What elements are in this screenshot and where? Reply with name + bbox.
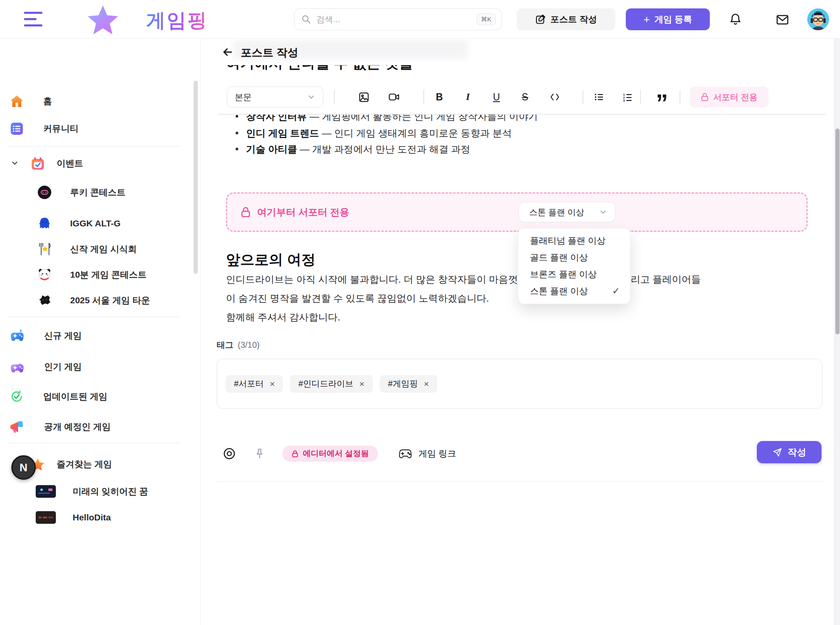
sidebar-item-updated-games[interactable]: 업데이트된 게임 — [0, 385, 193, 408]
submit-post-label: 작성 — [788, 446, 806, 459]
block-type-select[interactable]: 본문 — [227, 87, 323, 108]
bullet-item-clipped: •창작자 인터뷰 — 게임핑에서 활동하는 인디 게임 창작자들의 이야기 — [201, 114, 822, 124]
controller-blue-icon — [9, 329, 25, 343]
page-scrollbar-thumb[interactable] — [835, 129, 840, 334]
italic-button[interactable]: I — [462, 85, 474, 109]
insert-video-icon[interactable] — [386, 85, 402, 109]
page-title: 포스트 작성 — [241, 45, 298, 60]
insert-image-icon[interactable] — [355, 85, 372, 109]
sidebar-item-label: 공개 예정인 게임 — [44, 421, 111, 433]
numbered-list-icon[interactable]: 1 2 3 — [620, 85, 635, 109]
sidebar-scrollbar[interactable] — [194, 81, 198, 274]
floating-n-label: N — [20, 461, 28, 474]
sidebar-section-events[interactable]: 이벤트 — [0, 152, 193, 175]
write-post-button[interactable]: 포스트 작성 — [517, 8, 615, 30]
bullet-item: •인디 게임 트렌드 — 인디 게임 생태계의 흥미로운 동향과 분석 — [235, 127, 512, 139]
controller-purple-icon — [9, 360, 25, 374]
sidebar-item-10min-contest[interactable]: 10분 게임 콘테스트 — [0, 263, 193, 286]
sidebar-item-iggk[interactable]: IGGK ALT-G — [0, 212, 193, 235]
sidebar-section-label: 즐겨찾는 게임 — [57, 458, 112, 470]
sidebar-item-label: 신규 게임 — [44, 330, 82, 341]
bullet-list-icon[interactable] — [591, 85, 606, 109]
submit-post-button[interactable]: 작성 — [757, 441, 822, 463]
lock-icon — [240, 206, 251, 218]
pencil-square-icon — [535, 14, 546, 25]
editor-locked-badge: 에디터에서 설정됨 — [282, 446, 378, 462]
sidebar-item-label: 미래의 잊히어진 꿈 — [73, 486, 148, 497]
sidebar-item-label: HelloDita — [73, 512, 111, 523]
messages-mail-icon[interactable] — [776, 13, 789, 26]
register-game-label: 게임 등록 — [654, 13, 692, 25]
sidebar-item-rookie-contest[interactable]: 루키 콘테스트 — [0, 181, 193, 204]
user-avatar[interactable] — [807, 8, 830, 31]
visibility-eye-icon[interactable] — [223, 447, 236, 460]
chevron-down-icon — [599, 208, 607, 216]
notifications-bell-icon[interactable] — [729, 13, 742, 26]
check-icon: ✓ — [612, 286, 620, 297]
sidebar-item-upcoming-games[interactable]: 공개 예정인 게임 — [0, 415, 193, 439]
search-bar[interactable]: ⌘K — [294, 8, 502, 30]
sidebar-item-favorite-game-1[interactable]: 미래의 잊히어진 꿈 — [0, 480, 193, 503]
calendar-icon — [30, 157, 45, 171]
code-icon[interactable] — [547, 85, 563, 109]
search-icon — [301, 14, 311, 24]
tag-chip: #게임핑× — [380, 375, 437, 393]
plan-option-platinum[interactable]: 플래티넘 플랜 이상 — [518, 232, 630, 249]
tags-label: 태그(3/10) — [217, 339, 260, 351]
community-icon — [9, 122, 24, 136]
plan-option-bronze[interactable]: 브론즈 플랜 이상 — [518, 266, 630, 283]
quote-icon[interactable]: ” — [654, 85, 670, 109]
supporter-box-label: 여기부터 서포터 전용 — [257, 192, 349, 232]
app-logo-text[interactable]: 게임핑 — [146, 8, 208, 34]
clipped-document-heading: 여기에서 만나볼 수 없는 것들 — [226, 65, 604, 82]
seoul-icon — [37, 293, 52, 307]
supporter-only-toggle[interactable]: 서포터 전용 — [690, 87, 769, 108]
sidebar-item-label: 업데이트된 게임 — [43, 391, 108, 402]
write-post-label: 포스트 작성 — [551, 13, 597, 25]
chevron-down-icon[interactable] — [10, 159, 19, 168]
plan-select-value: 스톤 플랜 이상 — [529, 207, 599, 218]
plan-option-stone-selected[interactable]: 스톤 플랜 이상 ✓ — [518, 283, 630, 299]
home-icon — [9, 95, 24, 108]
back-button[interactable] — [220, 45, 235, 60]
sidebar-item-home[interactable]: 홈 — [0, 89, 193, 113]
page-scrollbar[interactable] — [834, 39, 840, 625]
menu-icon[interactable] — [24, 12, 42, 27]
game-link-button[interactable]: 게임 링크 — [418, 448, 456, 460]
sidebar-item-favorite-game-2[interactable]: HelloDita — [0, 506, 193, 529]
remove-tag-icon[interactable]: × — [270, 379, 275, 389]
tags-count: (3/10) — [238, 340, 260, 349]
ghost-icon — [37, 216, 52, 231]
sidebar-item-label: 커뮤니티 — [43, 123, 79, 134]
footer-divider — [217, 481, 824, 482]
document-heading: 앞으로의 여정 — [226, 250, 315, 270]
tasting-icon — [37, 242, 52, 256]
remove-tag-icon[interactable]: × — [424, 379, 429, 389]
editor-toolbar: 본문 B I U S — [201, 85, 840, 109]
bold-button[interactable]: B — [433, 85, 446, 109]
tag-chip: #인디드라이브× — [290, 375, 373, 393]
sidebar-item-seoul-game-town[interactable]: 2025 서울 게임 타운 — [0, 289, 193, 312]
sidebar-item-label: 루키 콘테스트 — [70, 186, 126, 198]
register-game-button[interactable]: + 게임 등록 — [626, 8, 710, 30]
block-type-value: 본문 — [235, 92, 307, 103]
game-thumbnail — [36, 485, 56, 498]
search-input[interactable] — [316, 15, 477, 24]
sidebar-item-new-games[interactable]: 신규 게임 — [0, 324, 193, 347]
tags-input-box[interactable]: #서포터× #인디드라이브× #게임핑× — [217, 359, 822, 409]
underline-button[interactable]: U — [490, 85, 503, 109]
strikethrough-button[interactable]: S — [519, 85, 531, 109]
app-header: 게임핑 ⌘K 포스트 작성 + 게임 등록 — [0, 0, 840, 39]
sidebar-item-tasting[interactable]: 신작 게임 시식회 — [0, 237, 193, 261]
floating-n-button[interactable]: N — [11, 455, 36, 480]
sidebar-divider — [8, 146, 180, 147]
plan-select-button[interactable]: 스톤 플랜 이상 — [519, 202, 615, 222]
logo-star-icon[interactable] — [83, 3, 123, 36]
pin-icon[interactable] — [254, 447, 265, 460]
chevron-down-icon — [307, 93, 315, 101]
sidebar-item-community[interactable]: 커뮤니티 — [0, 117, 193, 140]
tag-chip: #서포터× — [226, 375, 283, 393]
remove-tag-icon[interactable]: × — [360, 379, 365, 389]
sidebar-item-popular-games[interactable]: 인기 게임 — [0, 355, 193, 378]
plan-option-gold[interactable]: 골드 플랜 이상 — [518, 249, 630, 266]
